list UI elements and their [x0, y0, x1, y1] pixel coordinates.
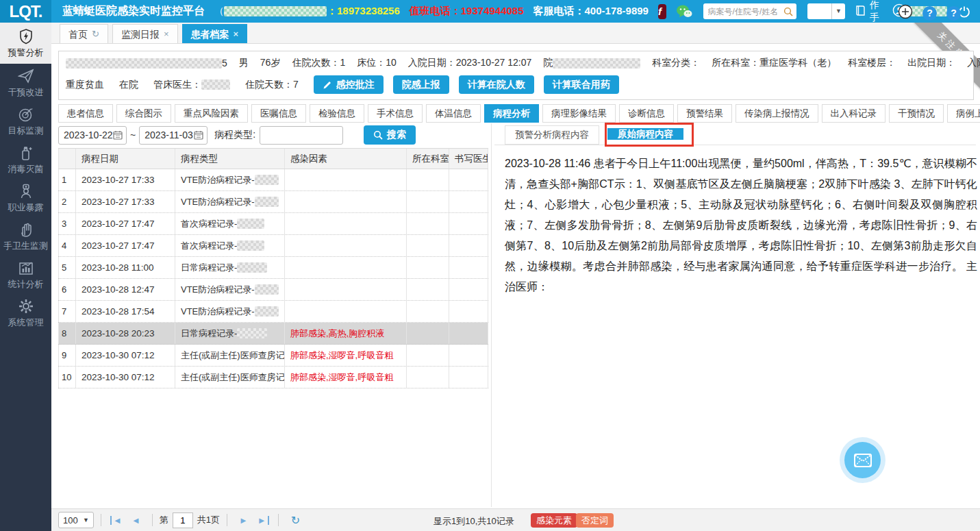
button-label: 计算联合用药 [553, 79, 610, 91]
tab-original-course-content[interactable]: 原始病程内容 [607, 128, 683, 140]
date-from-input[interactable]: 2023-10-22 [58, 126, 127, 145]
tab-orders[interactable]: 医嘱信息 [251, 104, 306, 123]
tab-overview-chart[interactable]: 综合图示 [116, 104, 171, 123]
refresh-icon[interactable]: ↻ [92, 25, 99, 43]
tab-risk-factors[interactable]: 重点风险因素 [175, 104, 248, 123]
button-label: 院感上报 [402, 79, 440, 91]
wechat-icon[interactable] [676, 4, 692, 19]
table-row[interactable]: 10 2023-10-30 07:12 主任(或副主任)医师查房记录 肺部感染,… [58, 367, 488, 388]
sidebar-item-occupational-exposure[interactable]: 职业暴露 [0, 179, 51, 217]
tilde-separator: ~ [130, 129, 136, 140]
sidebar-item-statistics[interactable]: 统计分析 [0, 256, 51, 294]
sidebar-item-label: 干预改进 [8, 86, 44, 99]
close-icon[interactable]: × [164, 25, 169, 43]
col-doctor: 书写医生 [449, 149, 488, 169]
sidebar-item-warning-analysis[interactable]: 预警分析 [0, 23, 51, 64]
prev-page-button[interactable]: ◄ [131, 516, 140, 525]
tab-diagnosis[interactable]: 诊断信息 [619, 104, 674, 123]
infection-annotation-button[interactable]: 感控批注 [314, 75, 384, 94]
date-to-input[interactable]: 2023-11-03 [139, 126, 208, 145]
tab-patient-info[interactable]: 患者信息 [58, 104, 113, 123]
table-row[interactable]: 7 2023-10-28 17:54 VTE防治病程记录- [58, 301, 488, 323]
help-icon[interactable]: ? [946, 6, 961, 21]
header-dropdown[interactable]: ▼ [807, 3, 845, 19]
infection-elements-button[interactable]: 感染元素 [531, 513, 577, 528]
sidebar-item-label: 职业暴露 [8, 201, 44, 214]
reload-icon[interactable]: ↻ [291, 514, 300, 527]
calc-combo-meds-button[interactable]: 计算联合用药 [544, 75, 619, 94]
page-size-value: 100 [63, 515, 78, 526]
sidebar-item-intervention[interactable]: 干预改进 [0, 64, 51, 102]
patient-dept: 所在科室：重症医学科（老） [712, 57, 836, 69]
duty-phone: 值班电话：19374944085 [410, 5, 524, 18]
table-row[interactable]: 4 2023-10-27 17:47 首次病程记录- [58, 235, 488, 257]
sidebar-item-target-monitor[interactable]: 目标监测 [0, 102, 51, 140]
sidebar-item-label: 目标监测 [8, 125, 44, 137]
tab-infectious-report[interactable]: 传染病上报情况 [736, 104, 818, 123]
search-button-label: 搜索 [387, 129, 406, 141]
negative-words-button[interactable]: 否定词 [576, 513, 614, 528]
table-row[interactable]: 6 2023-10-28 12:47 VTE防治病程记录- [58, 279, 488, 301]
help-icon[interactable]: ? [922, 6, 937, 21]
hotline-number: ：18973238256 [327, 5, 400, 18]
search-icon[interactable] [783, 7, 793, 16]
tab-home[interactable]: 首页 ↻ [60, 24, 108, 43]
search-button[interactable]: 搜索 [364, 125, 416, 145]
tab-warning-course-content[interactable]: 预警分析病程内容 [505, 125, 599, 145]
last-page-button[interactable]: ► [257, 516, 266, 525]
table-row-selected[interactable]: 8 2023-10-28 20:23 日常病程记录- 肺部感染,高热,胸腔积液 [58, 323, 488, 345]
table-row[interactable]: 1 2023-10-27 17:33 VTE防治病程记录- [58, 169, 488, 191]
plus-circle-icon[interactable] [898, 4, 913, 22]
tab-warning-results[interactable]: 预警结果 [677, 104, 732, 123]
patient-info-row1: 5 男 76岁 住院次数：1 床位：10 入院日期：2023-10-27 12:… [66, 57, 966, 69]
infection-report-button[interactable]: 院感上报 [393, 75, 449, 94]
calendar-icon[interactable] [113, 130, 123, 140]
calendar-icon[interactable] [194, 130, 203, 140]
app-title: 蓝蜻蜓医院感染实时监控平台 [62, 4, 205, 18]
tab-temperature[interactable]: 体温信息 [426, 104, 481, 123]
hand-icon [18, 221, 34, 238]
tab-course-analysis[interactable]: 病程分析 [484, 104, 539, 123]
date-to-value: 2023-11-03 [145, 129, 193, 140]
course-type-label: 病程类型: [214, 129, 255, 141]
course-type-input[interactable] [260, 126, 343, 145]
tab-patient-archive[interactable]: 患者档案 × [182, 24, 248, 43]
chevron-down-icon[interactable]: ▼ [831, 3, 845, 19]
first-page-button[interactable]: ◄ [113, 516, 122, 525]
patient-info-row2: 重度贫血 在院 管床医生： 住院天数：7 感控批注 院感上报 计算在院人数 计算… [66, 75, 966, 94]
tab-intervention-status[interactable]: 干预情况 [889, 104, 944, 123]
medical-person-icon [18, 183, 34, 199]
bottom-pagination-bar: 100 ▼ ◄ ◄ 第 共1页 ► ► ↻ 显示1到10,共10记录 感染元素 … [51, 508, 980, 531]
flash-icon[interactable]: f [658, 4, 666, 19]
patient-floor: 科室楼层： [848, 57, 896, 69]
tab-transfer-records[interactable]: 出入科记录 [822, 104, 886, 123]
sidebar-item-hand-hygiene[interactable]: 手卫生监测 [0, 217, 51, 256]
course-type-text: VTE防治病程记录- [181, 306, 255, 318]
tab-daily-report[interactable]: 监测日报 × [112, 24, 178, 43]
search-input[interactable] [708, 7, 783, 16]
tab-surgery-info[interactable]: 手术信息 [368, 104, 423, 123]
sidebar-item-label: 预警分析 [8, 47, 44, 59]
patient-info-panel: 5 男 76岁 住院次数：1 床位：10 入院日期：2023-10-27 12:… [58, 51, 974, 100]
table-row[interactable]: 9 2023-10-30 07:12 主任(或副主任)医师查房记录 肺部感染,湿… [58, 345, 488, 367]
tab-lab-info[interactable]: 检验信息 [310, 104, 364, 123]
table-row[interactable]: 5 2023-10-28 11:00 日常病程记录- [58, 257, 488, 279]
page-number-input[interactable] [173, 513, 193, 528]
tab-pathology-imaging[interactable]: 病理影像结果 [542, 104, 616, 123]
shield-bolt-icon [18, 28, 34, 45]
top-header: LQT. 蓝蜻蜓医院感染实时监控平台 （ ：18973238256 值班电话：1… [0, 0, 980, 23]
next-page-button[interactable]: ► [239, 516, 248, 525]
page-size-select[interactable]: 100 ▼ [58, 512, 94, 528]
patient-status: 在院 [119, 79, 138, 91]
table-row[interactable]: 2 2023-10-27 17:33 VTE防治病程记录- [58, 191, 488, 213]
message-fab-button[interactable] [844, 442, 881, 478]
table-row[interactable]: 3 2023-10-27 17:47 首次病程记录- [58, 213, 488, 235]
sidebar-item-system-admin[interactable]: 系统管理 [0, 294, 51, 332]
gear-icon [18, 298, 34, 314]
close-icon[interactable]: × [234, 25, 239, 43]
patient-search-box[interactable] [703, 3, 796, 19]
sidebar-item-disinfection[interactable]: 消毒灭菌 [0, 140, 51, 179]
tab-case-report-status[interactable]: 病例上报情况 [947, 104, 980, 123]
panel-divider [491, 123, 492, 507]
calc-inpatients-button[interactable]: 计算在院人数 [459, 75, 534, 94]
